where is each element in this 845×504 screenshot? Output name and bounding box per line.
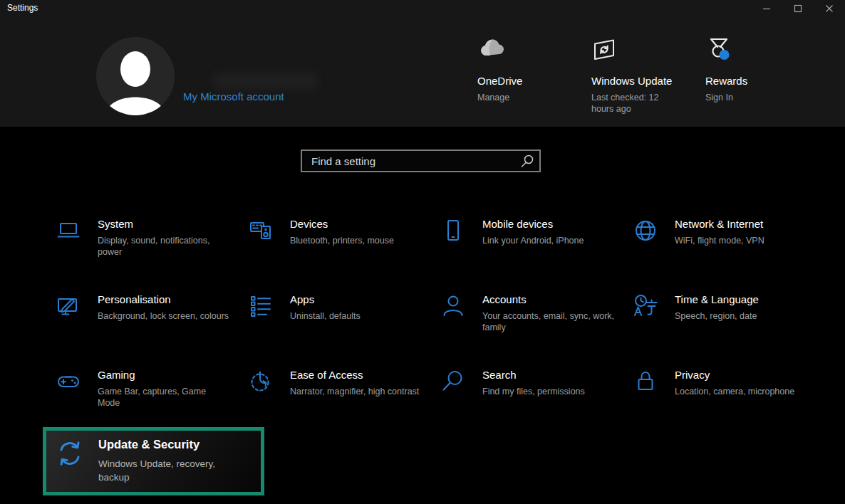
- category-subtitle: Windows Update, recovery, backup: [98, 457, 241, 484]
- quick-link-onedrive[interactable]: OneDrive Manage: [477, 37, 581, 103]
- apps-list-icon: [248, 292, 275, 364]
- personalisation-icon: [56, 292, 83, 364]
- category-title: Apps: [290, 293, 361, 305]
- microsoft-account-link[interactable]: My Microsoft account: [183, 90, 284, 103]
- category-title: Mobile devices: [482, 218, 584, 230]
- maximize-button[interactable]: [782, 0, 814, 19]
- minimize-icon: [762, 4, 771, 15]
- category-privacy[interactable]: Privacy Location, camera, microphone: [626, 364, 818, 440]
- search-input[interactable]: [301, 149, 541, 172]
- category-subtitle: Uninstall, defaults: [290, 310, 361, 322]
- quick-link-title: OneDrive: [477, 75, 581, 87]
- highlight-box: Update & Security Windows Update, recove…: [43, 427, 264, 495]
- category-time-language[interactable]: Time & Language Speech, region, date: [626, 289, 818, 364]
- category-title: Search: [482, 369, 585, 381]
- category-title: Gaming: [98, 369, 230, 381]
- category-subtitle: Your accounts, email, sync, work, family: [482, 310, 615, 333]
- quick-link-subtitle: Sign In: [705, 92, 789, 103]
- category-title: Personalisation: [98, 293, 229, 305]
- category-subtitle: Link your Android, iPhone: [482, 235, 584, 246]
- category-devices[interactable]: Devices Bluetooth, printers, mouse: [241, 214, 433, 289]
- quick-link-title: Windows Update: [591, 75, 695, 87]
- category-title: Time & Language: [675, 293, 759, 305]
- category-search[interactable]: Search Find my files, permissions: [433, 364, 626, 440]
- category-grid: System Display, sound, notifications, po…: [48, 214, 818, 440]
- search-icon[interactable]: [520, 154, 534, 171]
- category-subtitle: Bluetooth, printers, mouse: [290, 235, 394, 246]
- onedrive-cloud-icon: [477, 37, 581, 63]
- category-title: System: [98, 218, 230, 230]
- privacy-lock-icon: [633, 367, 660, 440]
- quick-link-rewards[interactable]: Rewards Sign In: [705, 37, 809, 103]
- category-title: Devices: [290, 218, 394, 230]
- header-panel: Settings: [0, 0, 845, 127]
- close-icon: [825, 4, 834, 15]
- windows-update-icon: [591, 37, 695, 63]
- devices-icon: [248, 216, 275, 289]
- quick-link-windows-update[interactable]: Windows Update Last checked: 12 hours ag…: [591, 37, 695, 115]
- window-controls: [751, 0, 845, 19]
- category-subtitle: Speech, region, date: [675, 310, 759, 322]
- category-subtitle: Find my files, permissions: [482, 386, 585, 397]
- category-subtitle: WiFi, flight mode, VPN: [675, 235, 764, 246]
- close-button[interactable]: [814, 0, 845, 19]
- window-title: Settings: [7, 3, 38, 13]
- system-icon: [56, 216, 83, 289]
- category-system[interactable]: System Display, sound, notifications, po…: [48, 214, 241, 289]
- category-subtitle: Narrator, magnifier, high contrast: [290, 386, 419, 397]
- category-title: Privacy: [675, 369, 794, 381]
- user-avatar-icon: [96, 105, 175, 115]
- settings-window: Settings: [0, 0, 845, 504]
- user-name-redacted: [214, 73, 317, 89]
- user-avatar[interactable]: [96, 37, 175, 115]
- network-globe-icon: [633, 216, 660, 289]
- quick-link-subtitle: Last checked: 12 hours ago: [591, 92, 675, 115]
- category-title: Ease of Access: [290, 369, 419, 381]
- category-subtitle: Background, lock screen, colours: [98, 310, 229, 322]
- accounts-person-icon: [440, 292, 467, 364]
- category-title: Update & Security: [98, 438, 241, 451]
- category-network-internet[interactable]: Network & Internet WiFi, flight mode, VP…: [626, 214, 818, 289]
- quick-link-subtitle: Manage: [477, 92, 561, 103]
- category-title: Accounts: [482, 293, 615, 305]
- category-title: Network & Internet: [675, 218, 764, 230]
- category-subtitle: Location, camera, microphone: [675, 386, 794, 397]
- category-ease-of-access[interactable]: Ease of Access Narrator, magnifier, high…: [241, 364, 433, 440]
- category-personalisation[interactable]: Personalisation Background, lock screen,…: [48, 289, 241, 364]
- category-apps[interactable]: Apps Uninstall, defaults: [241, 289, 433, 364]
- category-mobile-devices[interactable]: Mobile devices Link your Android, iPhone: [433, 214, 626, 289]
- category-subtitle: Display, sound, notifications, power: [98, 235, 230, 258]
- search-magnifier-icon: [440, 367, 467, 440]
- mobile-devices-icon: [440, 216, 467, 289]
- category-accounts[interactable]: Accounts Your accounts, email, sync, wor…: [433, 289, 626, 364]
- category-subtitle: Game Bar, captures, Game Mode: [98, 386, 230, 409]
- rewards-medal-icon: [705, 37, 809, 63]
- time-language-icon: [633, 292, 660, 364]
- update-security-sync-icon: [56, 435, 84, 484]
- quick-link-title: Rewards: [705, 75, 809, 87]
- category-update-security[interactable]: Update & Security Windows Update, recove…: [46, 431, 261, 484]
- maximize-icon: [794, 4, 802, 15]
- minimize-button[interactable]: [751, 0, 782, 19]
- search-box: [301, 149, 541, 172]
